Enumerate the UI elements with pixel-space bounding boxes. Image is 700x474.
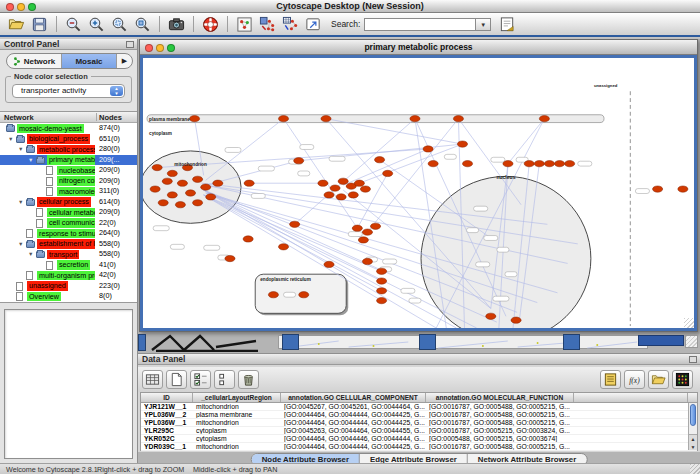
search-config-icon[interactable] [496, 15, 518, 34]
table-cell[interactable]: [GO:0016787, GO:0005488, GO:0005215, G..… [426, 411, 574, 418]
background-window-edge[interactable] [282, 334, 299, 350]
select-stepper-icon[interactable]: ▲▼ [110, 86, 123, 96]
graph-node[interactable] [206, 194, 216, 200]
tree-row[interactable]: nitrogen compo209(0) [0, 176, 137, 187]
expand-arrow-icon[interactable]: ▼ [18, 241, 23, 247]
graph-node-label-capsule[interactable] [204, 245, 220, 250]
table-cell[interactable]: [GO:0016787, GO:0005488, GO:0005215, G..… [426, 403, 574, 410]
save-session-icon[interactable] [28, 15, 50, 34]
graph-node[interactable] [503, 161, 513, 167]
graph-node-label-capsule[interactable] [329, 156, 345, 161]
expand-arrow-icon[interactable]: ▼ [18, 199, 23, 205]
tree-row[interactable]: response to stimul264(0) [0, 228, 137, 239]
graph-node-label-capsule[interactable] [225, 148, 241, 153]
tree-row-label[interactable]: transport [47, 250, 79, 260]
graph-edge[interactable] [508, 119, 544, 164]
scrollbar-arrows-icon[interactable]: ▲▼ [689, 434, 697, 450]
table-cell[interactable]: mitochondrion [193, 419, 281, 426]
table-scrollbar[interactable]: ▲▼ [688, 403, 697, 450]
graph-node-label-capsule[interactable] [497, 247, 509, 252]
graph-edge[interactable] [284, 119, 358, 229]
tree-row-label[interactable]: establishment of lo [37, 239, 95, 249]
graph-node[interactable] [653, 186, 663, 192]
graph-node[interactable] [370, 223, 380, 229]
tree-row-label[interactable]: primary metabo [47, 155, 95, 165]
table-cell[interactable]: YKR052C [141, 435, 193, 442]
background-window-grip[interactable] [685, 335, 698, 348]
graph-node[interactable] [534, 161, 544, 167]
tree-row[interactable]: cell communicat22(0) [0, 218, 137, 229]
background-window-edge[interactable] [563, 334, 580, 350]
graph-node[interactable] [423, 146, 433, 152]
scrollbar-thumb[interactable] [690, 404, 696, 426]
graph-node[interactable] [150, 186, 160, 192]
graph-node[interactable] [410, 116, 420, 122]
network-graph[interactable]: plasma membranecytoplasmmitochondrionnuc… [143, 58, 694, 328]
table-cell[interactable]: cytoplasm [193, 427, 281, 434]
graph-node[interactable] [167, 170, 177, 176]
export-network-icon[interactable] [302, 15, 324, 34]
graph-node[interactable] [243, 236, 253, 242]
graph-node[interactable] [377, 297, 387, 303]
graph-node[interactable] [348, 192, 358, 198]
table-column-header[interactable] [574, 393, 688, 402]
graph-node[interactable] [383, 170, 393, 176]
tree-row-label[interactable]: biological_process [27, 134, 90, 144]
tree-row[interactable]: Overview8(0) [0, 291, 137, 302]
graph-node[interactable] [678, 186, 688, 192]
snapshot-icon[interactable] [165, 15, 187, 34]
tree-row-label[interactable]: nitrogen compo [57, 176, 95, 186]
table-column-header[interactable]: _cellularLayoutRegion [193, 393, 281, 402]
graph-node[interactable] [375, 157, 385, 163]
graph-node[interactable] [175, 202, 185, 208]
graph-node[interactable] [177, 180, 187, 186]
graph-node-label-capsule[interactable] [258, 166, 274, 171]
expand-arrow-icon[interactable]: ▼ [8, 136, 13, 142]
window-resize-grip[interactable] [684, 318, 694, 328]
tree-row-label[interactable]: nucleobase- [57, 166, 95, 176]
tree-row[interactable]: mosaic-demo-yeast874(0) [0, 123, 137, 134]
graph-node[interactable] [321, 116, 331, 122]
graph-node[interactable] [462, 161, 472, 167]
graph-node[interactable] [457, 141, 467, 147]
graph-node[interactable] [290, 221, 300, 227]
tree-row[interactable]: secretion41(0) [0, 260, 137, 271]
app-resize-grip[interactable] [690, 464, 700, 474]
background-window-bar[interactable] [638, 335, 684, 346]
graph-node[interactable] [324, 192, 334, 198]
graph-node[interactable] [324, 261, 334, 267]
graph-node-label-capsule[interactable] [153, 226, 169, 231]
tree-row[interactable]: cellular metabol209(0) [0, 207, 137, 218]
formula-builder-icon[interactable]: f(x) [624, 370, 645, 389]
graph-node[interactable] [330, 185, 340, 191]
graph-node-label-capsule[interactable] [409, 298, 421, 303]
graph-node[interactable] [152, 164, 162, 170]
table-cell[interactable]: cytoplasm [193, 435, 281, 442]
graph-node[interactable] [244, 180, 254, 186]
graph-node[interactable] [162, 178, 172, 184]
tree-row[interactable]: ▼metabolic process280(0) [0, 144, 137, 155]
table-cell[interactable]: YJR121W__1 [141, 403, 193, 410]
table-cell[interactable]: YDR039C__1 [141, 443, 193, 450]
graph-node[interactable] [554, 161, 564, 167]
tree-column-network[interactable]: Network [4, 112, 34, 123]
graph-node[interactable] [213, 180, 223, 186]
background-window-edge[interactable] [419, 334, 436, 350]
graph-node[interactable] [268, 292, 278, 298]
graph-node-label-capsule[interactable] [401, 288, 415, 293]
tree-column-divider[interactable] [96, 113, 97, 121]
graph-node[interactable] [544, 161, 554, 167]
import-table-icon[interactable] [279, 15, 301, 34]
graph-node[interactable] [565, 161, 575, 167]
graph-node[interactable] [453, 116, 463, 122]
zoom-in-icon[interactable] [85, 15, 107, 34]
tree-row[interactable]: macromolecule311(0) [0, 186, 137, 197]
graph-node-label-capsule[interactable] [467, 228, 479, 233]
table-column-header[interactable]: ID [141, 393, 193, 402]
graph-node[interactable] [428, 161, 438, 167]
table-cell[interactable]: [GO:0005488, GO:0005215, GO:0003674] [426, 435, 574, 442]
float-panel-icon[interactable] [689, 356, 697, 363]
graph-node[interactable] [377, 288, 387, 294]
graph-node[interactable] [294, 158, 304, 164]
tree-row[interactable]: nucleobase-209(0) [0, 165, 137, 176]
